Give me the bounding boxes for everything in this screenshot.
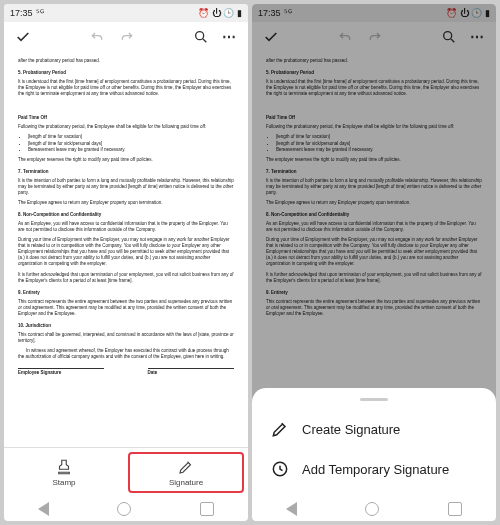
section-title: 9. Entirety <box>266 290 482 296</box>
search-icon[interactable] <box>192 28 210 46</box>
section-title: 10. Jurisdiction <box>18 323 234 329</box>
svg-point-1 <box>444 32 452 40</box>
status-icons: ⏰ ⏻ 🕒 ▮ <box>446 8 490 18</box>
nav-recent-icon[interactable] <box>448 502 462 516</box>
undo-icon[interactable] <box>336 28 354 46</box>
svg-point-0 <box>196 32 204 40</box>
undo-icon[interactable] <box>88 28 106 46</box>
doc-text: During your time of Employment with the … <box>18 237 234 267</box>
doc-text: Following the probationary period, the E… <box>18 124 234 130</box>
section-title: 5. Probationary Period <box>18 70 234 76</box>
nav-home-icon[interactable] <box>117 502 131 516</box>
doc-text: The employer reserves the right to modif… <box>18 157 234 163</box>
add-temporary-signature-button[interactable]: Add Temporary Signature <box>252 449 496 489</box>
doc-text: after the probationary period has passed… <box>18 58 234 64</box>
sheet-grabber[interactable] <box>360 398 388 401</box>
doc-text: In witness and agreement whereof, the Em… <box>18 348 234 360</box>
status-icons: ⏰ ⏻ 🕒 ▮ <box>198 8 242 18</box>
toolbar: ⋯ <box>4 22 248 52</box>
status-signal: ⁵ᴳ <box>284 8 292 18</box>
section-title: 7. Termination <box>266 169 482 175</box>
doc-text: This contract shall be governed, interpr… <box>18 332 234 344</box>
nav-back-icon[interactable] <box>286 502 297 516</box>
add-temporary-signature-label: Add Temporary Signature <box>302 462 449 477</box>
status-time: 17:35 <box>10 8 33 18</box>
section-title: 8. Non-Competition and Confidentiality <box>266 212 482 218</box>
pen-icon <box>270 419 290 439</box>
stamp-icon <box>55 458 73 476</box>
system-navbar <box>252 497 496 521</box>
stamp-label: Stamp <box>52 478 75 487</box>
doc-text: As an Employee, you will have access to … <box>266 221 482 233</box>
nav-back-icon[interactable] <box>38 502 49 516</box>
section-title: 9. Entirety <box>18 290 234 296</box>
doc-text: It is understood that the first [time fr… <box>266 79 482 97</box>
nav-recent-icon[interactable] <box>200 502 214 516</box>
doc-text: It is further acknowledged that upon ter… <box>266 272 482 284</box>
search-icon[interactable] <box>440 28 458 46</box>
section-title: 5. Probationary Period <box>266 70 482 76</box>
doc-text: It is further acknowledged that upon ter… <box>18 272 234 284</box>
more-icon[interactable]: ⋯ <box>220 28 238 46</box>
doc-text: Following the probationary period, the E… <box>266 124 482 130</box>
status-bar: 17:35 ⁵ᴳ ⏰ ⏻ 🕒 ▮ <box>252 4 496 22</box>
status-time: 17:35 <box>258 8 281 18</box>
redo-icon[interactable] <box>118 28 136 46</box>
phone-left: 17:35 ⁵ᴳ ⏰ ⏻ 🕒 ▮ ⋯ after the probationar… <box>4 4 248 521</box>
doc-text: The employer reserves the right to modif… <box>266 157 482 163</box>
pen-icon <box>177 458 195 476</box>
doc-text: The Employee agrees to return any Employ… <box>18 200 234 206</box>
section-title: 7. Termination <box>18 169 234 175</box>
clock-icon <box>270 459 290 479</box>
create-signature-button[interactable]: Create Signature <box>252 409 496 449</box>
system-navbar <box>4 497 248 521</box>
more-icon[interactable]: ⋯ <box>468 28 486 46</box>
section-title: Paid Time Off <box>266 115 482 121</box>
signature-button[interactable]: Signature <box>128 452 244 493</box>
doc-text: It is understood that the first [time fr… <box>18 79 234 97</box>
section-title: Paid Time Off <box>18 115 234 121</box>
phone-right: 17:35 ⁵ᴳ ⏰ ⏻ 🕒 ▮ ⋯ after the probationar… <box>252 4 496 521</box>
list-item: Bereavement leave may be granted if nece… <box>276 147 482 153</box>
doc-text: The Employee agrees to return any Employ… <box>266 200 482 206</box>
bottom-toolbar: Stamp Signature <box>4 447 248 497</box>
confirm-icon[interactable] <box>14 28 32 46</box>
status-bar: 17:35 ⁵ᴳ ⏰ ⏻ 🕒 ▮ <box>4 4 248 22</box>
stamp-button[interactable]: Stamp <box>8 452 120 493</box>
signature-sheet: Create Signature Add Temporary Signature <box>252 388 496 497</box>
doc-text: It is the intention of both parties to f… <box>266 178 482 196</box>
doc-text: It is the intention of both parties to f… <box>18 178 234 196</box>
signature-label: Signature <box>169 478 203 487</box>
create-signature-label: Create Signature <box>302 422 400 437</box>
list-item: Bereavement leave may be granted if nece… <box>28 147 234 153</box>
confirm-icon[interactable] <box>262 28 280 46</box>
doc-text: During your time of Employment with the … <box>266 237 482 267</box>
doc-text: This contract represents the entire agre… <box>266 299 482 317</box>
redo-icon[interactable] <box>366 28 384 46</box>
doc-text: after the probationary period has passed… <box>266 58 482 64</box>
section-title: 8. Non-Competition and Confidentiality <box>18 212 234 218</box>
status-signal: ⁵ᴳ <box>36 8 44 18</box>
doc-text: This contract represents the entire agre… <box>18 299 234 317</box>
toolbar: ⋯ <box>252 22 496 52</box>
nav-home-icon[interactable] <box>365 502 379 516</box>
document-viewer[interactable]: after the probationary period has passed… <box>4 52 248 447</box>
date-field-label: Date <box>148 370 158 375</box>
doc-text: As an Employee, you will have access to … <box>18 221 234 233</box>
signature-field-label: Employee Signature <box>18 370 61 375</box>
